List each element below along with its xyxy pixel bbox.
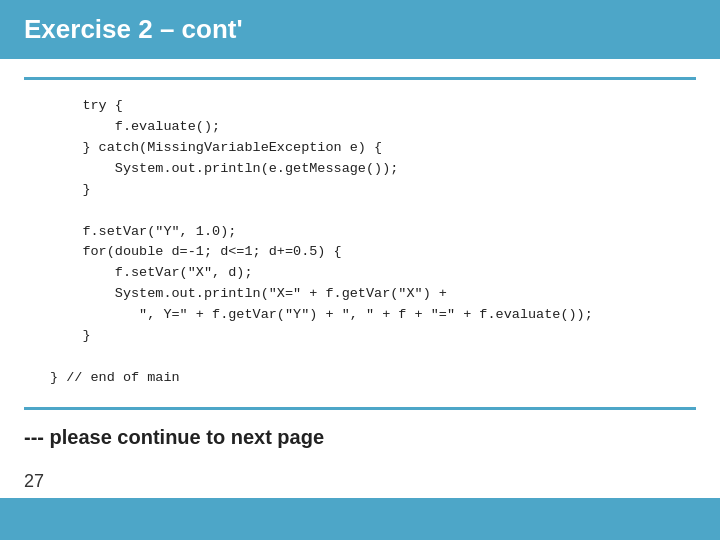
header: Exercise 2 – cont' <box>0 0 720 59</box>
code-section: try { f.evaluate(); } catch(MissingVaria… <box>0 80 720 401</box>
continue-text: --- please continue to next page <box>0 410 720 459</box>
page-title: Exercise 2 – cont' <box>24 14 243 45</box>
page-number: 27 <box>24 471 44 492</box>
footer-bar <box>0 498 720 540</box>
code-block: try { f.evaluate(); } catch(MissingVaria… <box>50 96 670 389</box>
